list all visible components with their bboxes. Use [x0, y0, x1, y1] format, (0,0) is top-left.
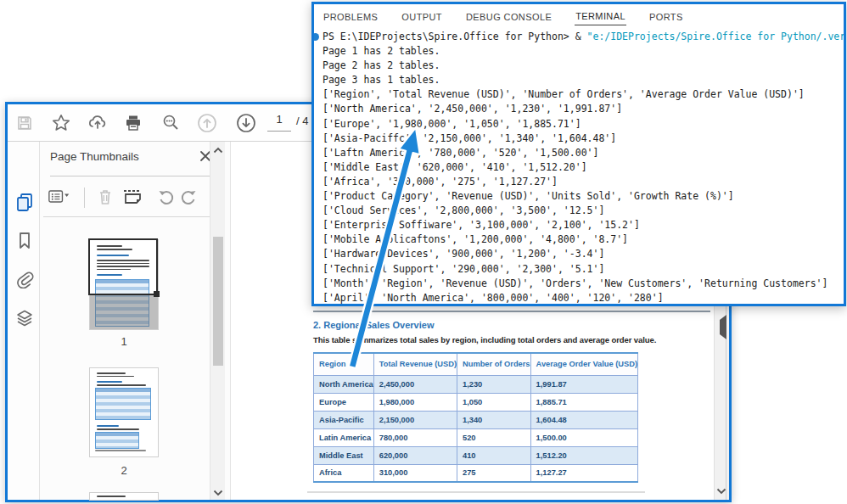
table-cell: 2,450,000 — [373, 375, 457, 393]
page-total-label: / 4 — [296, 115, 308, 127]
terminal-line: ['Mobile Applicaftons', '1,200,000', '4,… — [323, 232, 844, 247]
layers-icon[interactable] — [14, 308, 35, 328]
thumbnail-label-2: 2 — [90, 464, 158, 477]
terminal-line: ['Enterprise Soffiware', '3,100,000', '2… — [323, 218, 844, 232]
page-section-separator — [307, 491, 645, 493]
rotate-ccw-icon[interactable] — [155, 186, 177, 208]
table-cell: North America — [314, 375, 374, 393]
table-cell: Latin America — [314, 428, 374, 446]
table-cell: 1,604.48 — [530, 411, 638, 428]
table-cell: 1,230 — [457, 375, 530, 393]
table-cell: 1,050 — [457, 393, 530, 411]
table-cell: Europe — [314, 393, 374, 411]
table-header-cell: Average Order Value (USD) — [530, 353, 638, 375]
table-cell: Middle East — [314, 446, 374, 464]
occluded-table-edge — [313, 311, 710, 312]
table-row: Latin America780,0005201,500.00 — [314, 428, 638, 446]
table-row: North America2,450,0001,2301,991.87 — [314, 375, 638, 393]
table-cell: 1,885.71 — [530, 393, 638, 411]
table-header-row: RegionTotal Revenue (USD)Number of Order… — [314, 353, 638, 375]
thumbnail-page-1[interactable] — [90, 240, 158, 329]
thumbnails-scrollbar[interactable] — [210, 142, 225, 500]
terminal-line: ['Laftn America', '780,000', '520', '1,5… — [323, 146, 844, 160]
table-cell: 1,980,000 — [373, 393, 457, 411]
table-row: Middle East620,0004101,512.20 — [314, 446, 638, 464]
terminal-tab-debug-console[interactable]: DEBUG CONSOLE — [465, 8, 553, 25]
toolbar-separator — [84, 188, 85, 208]
table-row: Africa310,0002751,127.27 — [314, 464, 638, 482]
page-down-icon[interactable] — [233, 110, 259, 136]
terminal-tab-ports[interactable]: PORTS — [648, 8, 684, 25]
share-upload-icon[interactable] — [85, 110, 110, 136]
table-cell: 520 — [457, 428, 530, 446]
terminal-line: ['Africa', '310,000', '275', '1,127.27'] — [323, 175, 844, 189]
terminal-line: ['Hardware Devices', '900,000', '1,200',… — [323, 247, 844, 261]
page-thumbnails-panel: Page Thumbnails — [40, 142, 230, 500]
page-number-input[interactable]: 1 — [267, 113, 291, 132]
table-row: Europe1,980,0001,0501,885.71 — [314, 393, 638, 411]
panel-divider — [50, 176, 213, 176]
table-cell: 780,000 — [373, 428, 457, 446]
thumbnail-toolbar — [40, 182, 230, 213]
thumbnail-offview-shade — [90, 295, 158, 329]
terminal-line: ['Technical Support', '290,000', '2,300'… — [323, 262, 844, 277]
doc-scroll-down-icon[interactable] — [715, 486, 727, 496]
panel-divider — [43, 216, 218, 217]
table-cell: 620,000 — [373, 446, 457, 464]
table-cell: 275 — [457, 464, 530, 482]
save-icon[interactable] — [12, 110, 37, 136]
terminal-line: ['Cloud Services', '2,800,000', '3,500',… — [323, 204, 844, 218]
regional-sales-table: RegionTotal Revenue (USD)Number of Order… — [313, 352, 638, 483]
terminal-line: Page 1 has 2 tables. — [323, 44, 844, 59]
terminal-line: Page 2 has 2 tables. — [323, 59, 844, 73]
print-icon[interactable] — [121, 110, 146, 136]
attachments-icon[interactable] — [14, 269, 35, 289]
screenshot-root: 1 / 4 Page Thumbnails — [0, 0, 847, 504]
thumbnail-options-icon[interactable] — [48, 186, 70, 208]
terminal-window: PROBLEMSOUTPUTDEBUG CONSOLETERMINALPORTS… — [311, 2, 846, 306]
terminal-line: ['North America', '2,450,000', '1,230', … — [323, 102, 844, 116]
table-header-cell: Number of Orders — [457, 353, 530, 375]
scrollbar-thumb[interactable] — [213, 237, 223, 366]
table-header-cell: Region — [314, 353, 374, 375]
terminal-line: Page 3 has 1 tables. — [323, 73, 844, 87]
scroll-up-icon[interactable] — [212, 145, 224, 155]
table-row: Asia-Pacific2,150,0001,3401,604.48 — [314, 411, 638, 428]
terminal-line: ['Product Category', 'Revenue (USD)', 'U… — [323, 189, 844, 204]
bookmarks-icon[interactable] — [14, 231, 35, 251]
table-cell: 410 — [457, 446, 530, 464]
collapse-right-icon[interactable] — [720, 320, 726, 335]
rotate-cw-icon[interactable] — [177, 186, 199, 208]
table-cell: 2,150,000 — [373, 411, 457, 428]
table-cell: 1,512.20 — [530, 446, 638, 464]
terminal-line: ['Asia-Paciffc', '2,150,000', '1,340', '… — [323, 132, 844, 146]
table-cell: Asia-Pacific — [314, 411, 374, 428]
terminal-tab-problems[interactable]: PROBLEMS — [323, 8, 379, 25]
table-cell: Africa — [314, 464, 374, 482]
table-cell: 1,340 — [457, 411, 530, 428]
thumbnail-page-2[interactable] — [90, 368, 158, 456]
terminal-line: ['Month', 'Region', 'Revenue (USD)', 'Or… — [323, 277, 844, 291]
zoom-search-icon[interactable] — [158, 110, 183, 136]
thumbnail-label-1: 1 — [90, 335, 158, 348]
page-up-icon[interactable] — [194, 110, 220, 136]
extract-page-icon[interactable] — [121, 186, 143, 208]
delete-page-icon[interactable] — [94, 186, 116, 208]
terminal-tab-terminal[interactable]: TERMINAL — [575, 7, 626, 25]
view-rect-handle[interactable] — [154, 291, 160, 297]
table-cell: 1,127.27 — [530, 464, 638, 482]
table-header-cell: Total Revenue (USD) — [373, 353, 457, 375]
table-cell: 310,000 — [373, 464, 457, 482]
terminal-line: ['April', 'North America', '800,000', '4… — [323, 291, 844, 304]
sidebar-icon-rail — [8, 142, 40, 500]
thumbnail-page-3[interactable] — [90, 493, 158, 500]
table-cell: 1,991.87 — [530, 375, 638, 393]
terminal-line: ['Middle East', '620,000', '410', '1,512… — [323, 160, 844, 175]
terminal-output: PS E:\IDEProjects\Spire.Office for Pytho… — [314, 30, 844, 304]
scroll-down-icon[interactable] — [212, 488, 224, 498]
star-icon[interactable] — [48, 110, 74, 136]
page-thumbnails-icon[interactable] — [14, 193, 35, 213]
document-section-heading: 2. Regional Sales Overview — [313, 320, 434, 330]
thumbnail-view-rect[interactable] — [88, 238, 158, 295]
terminal-tab-output[interactable]: OUTPUT — [401, 8, 443, 25]
